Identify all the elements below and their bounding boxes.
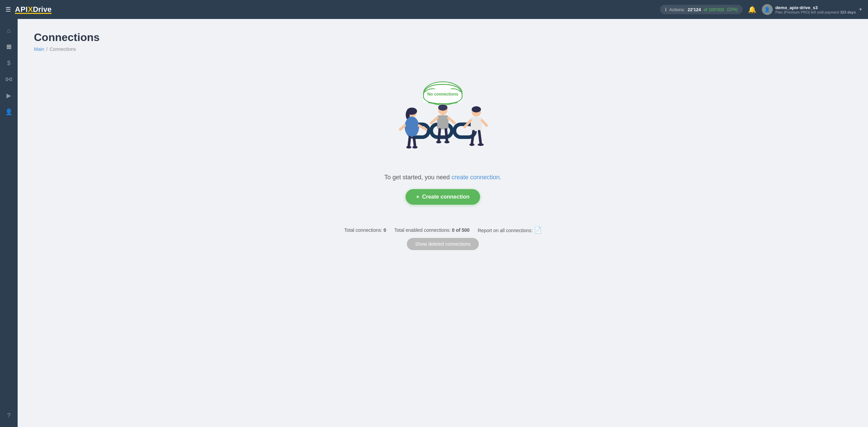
user-name: demo_apix-drive_s3 [775,5,856,10]
svg-line-38 [479,131,481,143]
sidebar-item-connections[interactable]: ⊞ [1,39,16,54]
avatar: 👤 [762,4,773,15]
svg-rect-0 [6,78,8,81]
svg-point-14 [405,117,419,137]
user-plan: Plan |Premium PRO| left until payment 32… [775,10,856,14]
user-info: demo_apix-drive_s3 Plan |Premium PRO| le… [775,5,856,14]
user-section[interactable]: 👤 demo_apix-drive_s3 Plan |Premium PRO| … [762,4,863,15]
navbar: ☰ APIXDrive ℹ Actions: 22'124 of 100'000… [0,0,868,19]
enabled-connections-value: 0 of 500 [452,227,470,233]
total-connections-label: Total connections: 0 [344,227,386,233]
show-deleted-label: Show deleted connections [415,241,470,247]
cta-prefix: To get started, you need [384,174,451,181]
bell-icon[interactable]: 🔔 [748,5,756,14]
enabled-connections-label: Total enabled connections: 0 of 500 [394,227,470,233]
sidebar-item-integrations[interactable] [1,72,16,87]
svg-line-27 [439,129,440,141]
navbar-actions: ℹ Actions: 22'124 of 100'000 (22%) 🔔 👤 d… [660,4,863,15]
svg-line-36 [482,120,487,125]
svg-rect-1 [10,78,12,81]
svg-rect-24 [437,115,448,129]
page-title: Connections [34,31,852,44]
cta-text: To get started, you need create connecti… [384,174,501,181]
actions-used: 22'124 [688,7,701,12]
svg-line-18 [414,137,415,146]
svg-point-40 [478,143,484,146]
svg-rect-34 [471,117,482,131]
breadcrumb: Main / Connections [34,46,852,52]
logo: APIXDrive [15,5,52,14]
menu-icon[interactable]: ☰ [5,6,11,13]
svg-point-30 [445,141,450,143]
svg-line-25 [431,118,437,123]
layout: ⌂ ⊞ $ ▶ 👤 ? Connections Main / Connectio… [0,19,868,427]
svg-line-17 [409,137,410,146]
info-icon: ℹ [665,7,667,12]
stats-row: Total connections: 0 Total enabled conne… [344,226,541,234]
sidebar-item-billing[interactable]: $ [1,56,16,70]
breadcrumb-separator: / [46,46,47,52]
breadcrumb-current: Connections [50,46,76,52]
svg-point-32 [472,106,481,113]
show-deleted-button[interactable]: Show deleted connections [407,238,478,250]
logo-underline [15,13,52,14]
svg-point-23 [438,104,447,110]
sidebar-item-home[interactable]: ⌂ [1,23,16,38]
actions-of: of 100'000 [704,7,724,12]
illustration: No connections [378,72,507,174]
report-label: Report on all connections: 📄 [478,226,541,234]
svg-point-20 [412,146,417,149]
sidebar-item-video[interactable]: ▶ [1,88,16,103]
actions-label: Actions: [669,7,685,12]
plus-icon: + [416,194,419,200]
svg-point-19 [406,146,411,149]
actions-pct: (22%) [727,7,738,12]
chevron-down-icon[interactable]: ▼ [859,7,863,12]
svg-point-39 [469,143,474,146]
actions-badge[interactable]: ℹ Actions: 22'124 of 100'000 (22%) [660,5,743,14]
breadcrumb-main-link[interactable]: Main [34,46,44,52]
svg-line-37 [472,131,474,143]
sidebar: ⌂ ⊞ $ ▶ 👤 ? [0,19,18,427]
total-connections-value: 0 [383,227,386,233]
svg-line-28 [446,129,447,141]
report-icon[interactable]: 📄 [534,227,541,233]
svg-point-29 [436,141,441,143]
empty-state: No connections [34,65,852,264]
create-connection-button[interactable]: + Create connection [406,189,480,205]
sidebar-item-profile[interactable]: 👤 [1,104,16,119]
svg-line-16 [400,126,405,129]
main-content: Connections Main / Connections [18,19,868,427]
svg-text:No connections: No connections [427,92,458,97]
sidebar-item-help[interactable]: ? [1,408,16,423]
create-button-label: Create connection [422,194,470,200]
svg-line-26 [449,118,454,123]
cta-link[interactable]: create connection. [452,174,501,181]
